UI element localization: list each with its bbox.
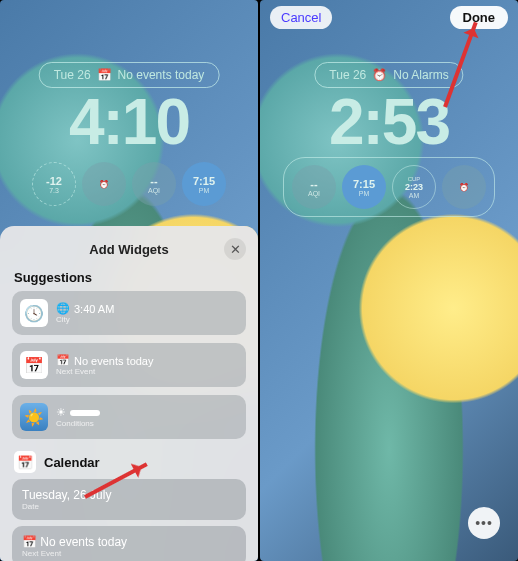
suggestion-weather[interactable]: ☀️ ☀ Conditions — [12, 395, 246, 439]
more-button[interactable]: ••• — [468, 507, 500, 539]
calendar-app-icon: 📅 — [20, 351, 48, 379]
aqi-widget[interactable]: -- AQI — [132, 162, 176, 206]
date-alarms: No Alarms — [393, 68, 448, 82]
time-widget[interactable]: 7:15 PM — [342, 165, 386, 209]
calendar-events-card[interactable]: 📅 No events today Next Event — [12, 526, 246, 561]
clock-time: 4:10 — [69, 85, 189, 159]
cal-small-icon: 📅 — [56, 354, 70, 367]
time-widget[interactable]: 7:15 PM — [182, 162, 226, 206]
temp-bar — [70, 410, 100, 416]
suggestions-label: Suggestions — [0, 262, 258, 291]
close-icon: ✕ — [230, 242, 241, 257]
clock-time: 2:53 — [329, 85, 449, 159]
cancel-button[interactable]: Cancel — [270, 6, 332, 29]
date-text: Tue 26 — [329, 68, 366, 82]
calendar-icon: 📅 — [97, 68, 112, 82]
suggestion-clock[interactable]: 🕓 🌐3:40 AM City — [12, 291, 246, 335]
cup-widget[interactable]: CUP 2:23 AM — [392, 165, 436, 209]
add-widgets-sheet: Add Widgets ✕ Suggestions 🕓 🌐3:40 AM Cit… — [0, 226, 258, 561]
alarm-icon: ⏰ — [99, 180, 109, 189]
globe-icon: 🌐 — [56, 302, 70, 315]
aqi-widget[interactable]: -- AQI — [292, 165, 336, 209]
alarm-widget[interactable]: ⏰ — [82, 162, 126, 206]
ellipsis-icon: ••• — [475, 515, 493, 531]
suggestion-calendar[interactable]: 📅 📅No events today Next Event — [12, 343, 246, 387]
sheet-title: Add Widgets — [89, 242, 168, 257]
calendar-section-icon: 📅 — [14, 451, 36, 473]
weather-icon: ☀️ — [20, 403, 48, 431]
close-button[interactable]: ✕ — [224, 238, 246, 260]
phone-left: Tue 26 📅 No events today 4:10 -12 7.3 ⏰ … — [0, 0, 258, 561]
temp-widget[interactable]: -12 7.3 — [32, 162, 76, 206]
widget-row-outline[interactable]: -- AQI 7:15 PM CUP 2:23 AM ⏰ — [283, 157, 495, 217]
cal-mini-icon: 📅 — [22, 535, 40, 549]
sheet-header: Add Widgets ✕ — [0, 236, 258, 262]
date-events: No events today — [118, 68, 205, 82]
calendar-date-card[interactable]: Tuesday, 26 July Date — [12, 479, 246, 520]
alarm-icon: ⏰ — [372, 68, 387, 82]
alarm-icon: ⏰ — [459, 183, 469, 192]
alarm-widget[interactable]: ⏰ — [442, 165, 486, 209]
date-text: Tue 26 — [54, 68, 91, 82]
phone-right: Cancel Done Tue 26 ⏰ No Alarms 2:53 -- A… — [260, 0, 518, 561]
clock-icon: 🕓 — [20, 299, 48, 327]
sun-icon: ☀ — [56, 406, 66, 419]
widget-row: -12 7.3 ⏰ -- AQI 7:15 PM — [32, 162, 226, 206]
